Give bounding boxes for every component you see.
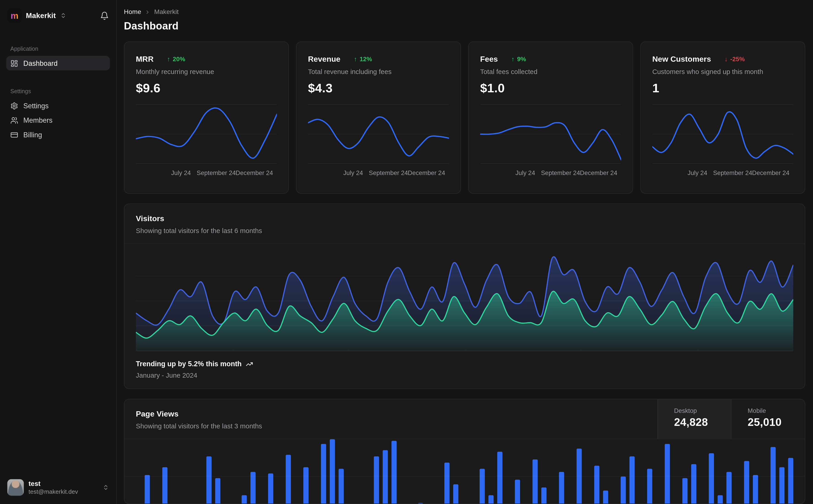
- page-views-bar: [303, 467, 309, 504]
- page-views-bar: [242, 495, 247, 504]
- x-axis-labels: July 24 September 24 December 24: [308, 169, 449, 178]
- breadcrumb-home[interactable]: Home: [124, 8, 141, 16]
- main-content: Home Makerkit Dashboard MRR ↑20% Monthly…: [117, 0, 813, 504]
- page-views-bar: [647, 469, 652, 504]
- stat-card-new-customers: New Customers ↓-25% Customers who signed…: [640, 41, 805, 194]
- user-email: test@makerkit.dev: [29, 488, 78, 496]
- x-axis-labels: July 24 September 24 December 24: [480, 169, 621, 178]
- stat-change-badge: ↑9%: [511, 55, 526, 62]
- app-window: m Makerkit Application Dashboard Setting…: [0, 0, 813, 504]
- page-views-card: Page Views Showing total visitors for th…: [124, 399, 805, 504]
- tab-desktop-value: 24,828: [674, 416, 726, 428]
- stat-value: 1: [652, 81, 793, 95]
- stat-description: Total fees collected: [480, 68, 621, 76]
- page-views-bar: [726, 472, 732, 504]
- notifications-bell-icon[interactable]: [100, 11, 109, 20]
- page-views-bar: [497, 452, 502, 504]
- page-views-bar: [418, 503, 423, 504]
- page-views-bar: [718, 495, 723, 504]
- page-views-bar: [383, 450, 388, 504]
- arrow-up-icon: ↑: [511, 55, 514, 62]
- stat-card-revenue: Revenue ↑12% Total revenue including fee…: [296, 41, 461, 194]
- sidebar-item-members[interactable]: Members: [6, 113, 110, 127]
- user-menu[interactable]: test test@makerkit.dev: [6, 478, 110, 497]
- sparkline-path: [308, 117, 449, 156]
- stat-change-badge: ↑12%: [354, 55, 372, 62]
- stat-description: Total revenue including fees: [308, 68, 449, 76]
- dashboard-icon: [10, 59, 18, 67]
- page-views-bar: [339, 469, 344, 504]
- trending-up-icon: [246, 360, 253, 368]
- breadcrumb-makerkit[interactable]: Makerkit: [154, 8, 178, 16]
- page-views-bar: [603, 491, 608, 504]
- sidebar-item-settings[interactable]: Settings: [6, 98, 110, 113]
- workspace-name: Makerkit: [26, 11, 56, 20]
- sidebar-item-label: Settings: [23, 102, 49, 110]
- page-views-bar: [576, 448, 582, 504]
- page-views-bar: [559, 472, 564, 504]
- page-views-bar: [206, 456, 212, 504]
- page-views-bar: [330, 439, 335, 504]
- nav-section-application: Application: [6, 46, 110, 52]
- page-views-bar: [444, 463, 450, 504]
- stat-cards-row: MRR ↑20% Monthly recurring revenue $9.6 …: [124, 41, 805, 194]
- x-axis-labels: July 24 September 24 December 24: [136, 169, 277, 178]
- breadcrumb: Home Makerkit: [124, 8, 805, 16]
- user-name: test: [29, 480, 78, 488]
- avatar: [7, 479, 24, 496]
- page-views-bar: [594, 466, 599, 504]
- page-views-bar: [541, 487, 546, 504]
- arrow-up-icon: ↑: [354, 55, 357, 62]
- page-views-bar: [788, 458, 793, 504]
- stat-title: Fees: [480, 54, 498, 63]
- chevrons-up-down-icon: [60, 12, 66, 19]
- page-views-bar: [665, 444, 670, 504]
- makerkit-logo: m: [7, 8, 22, 23]
- page-views-bar: [683, 478, 688, 504]
- arrow-down-icon: ↓: [725, 55, 728, 62]
- sidebar: m Makerkit Application Dashboard Setting…: [0, 0, 117, 504]
- page-views-bar: [374, 456, 379, 504]
- stat-description: Customers who signed up this month: [652, 68, 793, 76]
- stat-change-badge: ↓-25%: [725, 55, 745, 62]
- page-views-bar: [532, 459, 538, 504]
- visitors-area-chart: [136, 250, 793, 352]
- stat-value: $9.6: [136, 81, 277, 95]
- visitors-subtitle: Showing total visitors for the last 6 mo…: [136, 227, 793, 235]
- page-views-header: Page Views Showing total visitors for th…: [124, 399, 805, 439]
- page-views-bar: [480, 469, 485, 504]
- visitors-title: Visitors: [136, 214, 793, 223]
- sparkline-chart: [652, 103, 793, 165]
- tab-desktop[interactable]: Desktop 24,828: [658, 399, 731, 439]
- page-views-bar: [321, 444, 326, 504]
- visitors-trend-text: Trending up by 5.2% this month: [136, 360, 242, 368]
- page-views-bar: [515, 480, 520, 504]
- sidebar-item-label: Dashboard: [23, 59, 58, 67]
- users-icon: [10, 116, 18, 124]
- stat-description: Monthly recurring revenue: [136, 68, 277, 76]
- sparkline-chart: [480, 103, 621, 165]
- workspace-selector[interactable]: m Makerkit: [6, 7, 110, 24]
- page-views-bar: [392, 441, 397, 504]
- sidebar-item-dashboard[interactable]: Dashboard: [6, 56, 110, 70]
- chevrons-up-down-icon: [103, 484, 109, 491]
- visitors-header: Visitors Showing total visitors for the …: [124, 204, 805, 244]
- page-views-bar: [453, 484, 458, 504]
- tab-mobile[interactable]: Mobile 25,010: [731, 399, 805, 439]
- visitors-period: January - June 2024: [136, 371, 793, 379]
- stat-title: New Customers: [652, 54, 711, 63]
- sparkline-chart: [136, 103, 277, 165]
- sidebar-item-billing[interactable]: Billing: [6, 127, 110, 142]
- sidebar-item-label: Members: [23, 116, 53, 124]
- tab-desktop-label: Desktop: [674, 407, 726, 414]
- tab-mobile-value: 25,010: [748, 416, 800, 428]
- page-views-bar: [162, 467, 167, 504]
- page-title: Dashboard: [124, 20, 805, 32]
- arrow-up-icon: ↑: [167, 55, 170, 62]
- stat-title: Revenue: [308, 54, 341, 63]
- page-views-bar: [215, 478, 221, 504]
- page-views-bar: [145, 475, 150, 504]
- page-views-bar: [621, 477, 626, 504]
- stat-value: $4.3: [308, 81, 449, 95]
- visitors-card: Visitors Showing total visitors for the …: [124, 204, 805, 389]
